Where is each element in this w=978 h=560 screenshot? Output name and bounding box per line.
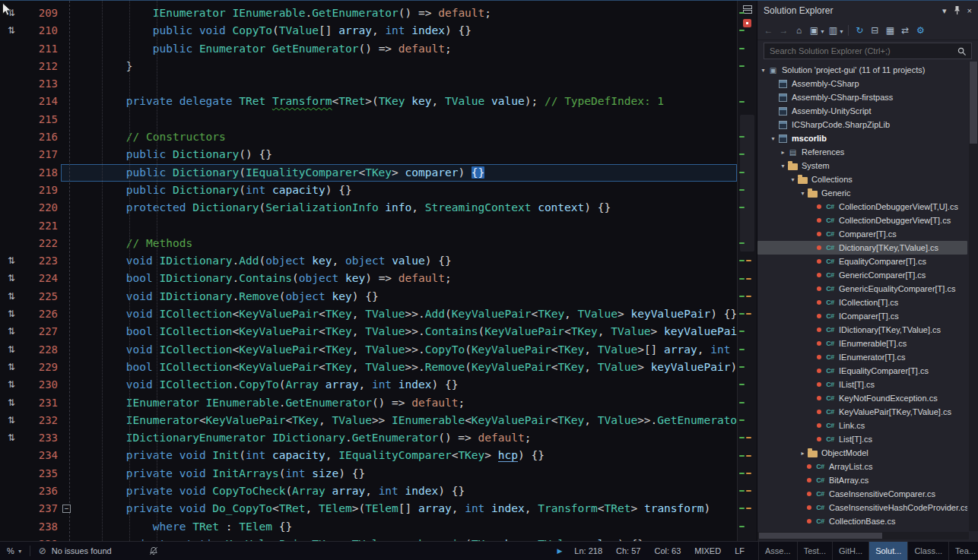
tool-window-tab[interactable]: GitH... bbox=[833, 542, 869, 560]
code-line[interactable]: 221 bbox=[0, 217, 737, 235]
implements-interface-icon[interactable]: ⇅ bbox=[0, 22, 23, 40]
tool-window-tab[interactable]: Tea... bbox=[949, 542, 978, 560]
tree-horizontal-scrollbar-thumb[interactable] bbox=[759, 533, 882, 539]
tool-window-tab[interactable]: Asse... bbox=[759, 542, 798, 560]
tree-item[interactable]: C#BitArray.cs bbox=[757, 473, 967, 487]
line-number[interactable]: 229 bbox=[23, 359, 58, 376]
tree-item[interactable]: Assembly-UnityScript bbox=[757, 104, 967, 118]
line-number[interactable]: 219 bbox=[23, 182, 58, 199]
code-line[interactable]: 219 public Dictionary(int capacity) {} bbox=[0, 182, 737, 199]
expand-arrow-icon[interactable]: ▾ bbox=[769, 135, 777, 142]
tree-item[interactable]: C#GenericComparer[T].cs bbox=[757, 268, 967, 282]
code-line[interactable]: ⇅226 void ICollection<KeyValuePair<TKey,… bbox=[0, 305, 737, 323]
implements-interface-icon[interactable]: ⇅ bbox=[0, 341, 23, 359]
tool-window-tab[interactable]: Solut... bbox=[869, 542, 908, 560]
code-editor[interactable]: ⇅209 IEnumerator IEnumerable.GetEnumerat… bbox=[0, 1, 757, 541]
line-number[interactable]: 227 bbox=[23, 323, 58, 340]
pin-icon[interactable] bbox=[954, 5, 961, 17]
line-number[interactable]: 210 bbox=[23, 22, 58, 40]
tree-item[interactable]: C#EqualityComparer[T].cs bbox=[757, 255, 967, 268]
expand-arrow-icon[interactable]: ▾ bbox=[799, 190, 807, 197]
code-line[interactable]: 220 protected Dictionary(SerializationIn… bbox=[0, 199, 737, 217]
code-line[interactable]: 238 where TRet : TElem {} bbox=[0, 518, 737, 536]
code-line[interactable]: ⇅210 public void CopyTo(TValue[] array, … bbox=[0, 22, 737, 40]
tree-item[interactable]: C#ICollection[T].cs bbox=[757, 296, 967, 309]
line-number[interactable]: 209 bbox=[23, 5, 58, 22]
tree-item[interactable]: C#Dictionary[TKey,TValue].cs bbox=[757, 241, 967, 255]
implements-interface-icon[interactable]: ⇅ bbox=[0, 394, 23, 412]
tree-item[interactable]: C#IEnumerable[T].cs bbox=[757, 337, 967, 350]
fold-collapse-icon[interactable]: − bbox=[61, 500, 73, 517]
dropdown-caret-icon[interactable]: ▼ bbox=[820, 29, 825, 34]
tree-item[interactable]: ▾mscorlib bbox=[757, 131, 967, 145]
code-line[interactable]: 211 public Enumerator GetEnumerator() =>… bbox=[0, 40, 737, 58]
tool-window-tab[interactable]: Class... bbox=[908, 542, 949, 560]
line-number[interactable]: 238 bbox=[23, 518, 58, 536]
tree-item[interactable]: Assembly-CSharp bbox=[757, 77, 967, 90]
line-number[interactable]: 211 bbox=[23, 40, 58, 58]
line-number[interactable]: 239 bbox=[23, 536, 58, 541]
line-number[interactable]: 236 bbox=[23, 482, 58, 500]
forward-icon[interactable]: → bbox=[776, 23, 791, 38]
home-icon[interactable]: ⌂ bbox=[792, 23, 806, 38]
show-all-files-icon[interactable]: ▦ bbox=[883, 23, 897, 38]
code-line[interactable]: 214 private delegate TRet Transform<TRet… bbox=[0, 93, 737, 110]
char-indicator[interactable]: Ch: 57 bbox=[616, 546, 640, 555]
code-line[interactable]: 216 // Constructors bbox=[0, 128, 737, 146]
tree-item[interactable]: C#KeyNotFoundException.cs bbox=[757, 391, 967, 405]
implements-interface-icon[interactable]: ⇅ bbox=[0, 376, 23, 394]
tree-item[interactable]: ICSharpCode.SharpZipLib bbox=[757, 118, 967, 131]
expand-arrow-icon[interactable]: ▾ bbox=[789, 176, 797, 183]
tree-item[interactable]: C#ArrayList.cs bbox=[757, 460, 967, 473]
tree-item[interactable]: ▸ObjectModel bbox=[757, 446, 967, 460]
code-line[interactable]: ⇅209 IEnumerator IEnumerable.GetEnumerat… bbox=[0, 5, 737, 22]
code-line[interactable]: 236 private void CopyToCheck(Array array… bbox=[0, 482, 737, 500]
tree-item[interactable]: ▾▣Solution 'project-gui' (11 of 11 proje… bbox=[757, 63, 967, 77]
editor-scrollbar-thumb[interactable] bbox=[740, 115, 754, 252]
implements-interface-icon[interactable]: ⇅ bbox=[0, 429, 23, 447]
implements-interface-icon[interactable]: ⇅ bbox=[0, 412, 23, 429]
line-number[interactable]: 228 bbox=[23, 341, 58, 359]
line-number[interactable]: 221 bbox=[23, 217, 58, 235]
code-line[interactable]: ⇅225 void IDictionary.Remove(object key)… bbox=[0, 288, 737, 305]
line-number[interactable]: 233 bbox=[23, 429, 58, 447]
implements-interface-icon[interactable]: ⇅ bbox=[0, 270, 23, 287]
run-indicator-icon[interactable]: ▶ bbox=[557, 547, 562, 555]
line-number[interactable]: 215 bbox=[23, 111, 58, 128]
close-icon[interactable]: × bbox=[967, 7, 972, 15]
implements-interface-icon[interactable]: ⇅ bbox=[0, 323, 23, 340]
window-position-icon[interactable]: ▾ bbox=[942, 7, 947, 15]
code-line[interactable]: 234 private void Init(int capacity, IEqu… bbox=[0, 447, 737, 464]
code-line[interactable]: 218 public Dictionary(IEqualityComparer<… bbox=[0, 164, 737, 182]
tree-item[interactable]: C#IEnumerator[T].cs bbox=[757, 350, 967, 364]
line-number[interactable]: 237 bbox=[23, 500, 58, 517]
back-icon[interactable]: ← bbox=[761, 23, 776, 38]
line-number[interactable]: 218 bbox=[23, 164, 58, 182]
implements-interface-icon[interactable]: ⇅ bbox=[0, 252, 23, 270]
implements-interface-icon[interactable]: ⇅ bbox=[0, 288, 23, 305]
tree-item[interactable]: C#CollectionDebuggerView[T].cs bbox=[757, 214, 967, 227]
code-line[interactable]: ⇅231 IEnumerator IEnumerable.GetEnumerat… bbox=[0, 394, 737, 412]
line-number[interactable]: 234 bbox=[23, 447, 58, 464]
line-number[interactable]: 232 bbox=[23, 412, 58, 429]
tree-item[interactable]: C#IList[T].cs bbox=[757, 378, 967, 391]
tree-item[interactable]: ▾System bbox=[757, 159, 967, 172]
line-number[interactable]: 222 bbox=[23, 235, 58, 252]
encoding-indicator[interactable]: MIXED bbox=[694, 546, 721, 555]
editor-scrollbar-annotations[interactable] bbox=[737, 1, 757, 541]
properties-icon[interactable]: ⚙ bbox=[913, 23, 928, 38]
code-line[interactable]: ⇅233 IDictionaryEnumerator IDictionary.G… bbox=[0, 429, 737, 447]
expand-arrow-icon[interactable]: ▸ bbox=[779, 149, 787, 156]
sync-with-active-document-icon[interactable]: ⇄ bbox=[898, 23, 913, 38]
line-number[interactable]: 235 bbox=[23, 465, 58, 482]
code-line[interactable]: ⇅230 void ICollection.CopyTo(Array array… bbox=[0, 376, 737, 394]
code-line[interactable]: 212 } bbox=[0, 58, 737, 75]
tree-item[interactable]: C#GenericEqualityComparer[T].cs bbox=[757, 282, 967, 296]
search-icon[interactable] bbox=[957, 47, 967, 56]
tree-item[interactable]: C#CaseInsensitiveHashCodeProvider.cs bbox=[757, 501, 967, 514]
notifications-muted-icon[interactable] bbox=[149, 546, 158, 555]
tree-item[interactable]: ▾Collections bbox=[757, 172, 967, 186]
code-line[interactable]: 217 public Dictionary() {} bbox=[0, 146, 737, 163]
tree-item[interactable]: C#CaseInsensitiveComparer.cs bbox=[757, 487, 967, 501]
line-indicator[interactable]: Ln: 218 bbox=[574, 546, 602, 555]
